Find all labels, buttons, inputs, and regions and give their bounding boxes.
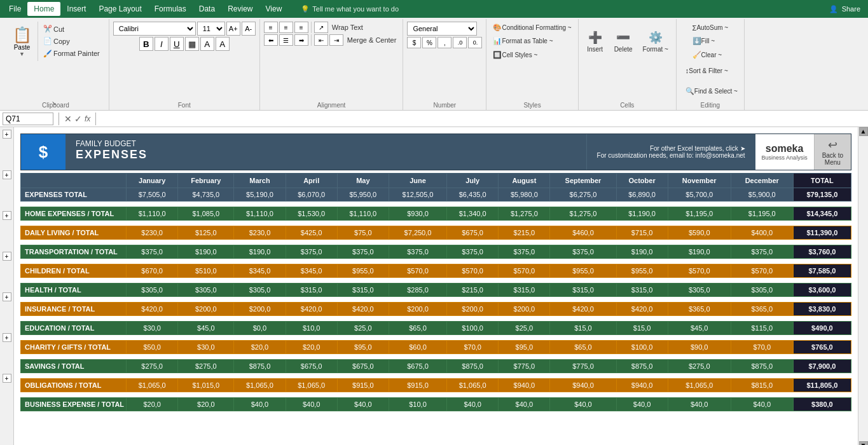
month-cell[interactable]: $230,0 (127, 226, 178, 240)
month-cell[interactable]: $875,0 (447, 360, 499, 373)
month-cell[interactable]: $570,0 (668, 264, 731, 278)
expand-btn-2[interactable]: + (3, 170, 11, 179)
total-cell[interactable]: $7,900,0 (793, 360, 851, 373)
month-cell[interactable]: $5,900,0 (731, 188, 793, 202)
fill-color-button[interactable]: A (200, 37, 214, 51)
month-cell[interactable]: $315,0 (337, 284, 389, 297)
month-cell[interactable]: $45,0 (178, 322, 234, 335)
month-cell[interactable]: $305,0 (178, 284, 234, 297)
month-cell[interactable]: $365,0 (668, 303, 731, 316)
month-cell[interactable]: $100,0 (616, 341, 668, 354)
month-cell[interactable]: $570,0 (389, 264, 446, 278)
month-cell[interactable]: $1,065,0 (668, 379, 731, 392)
month-cell[interactable]: $940,0 (550, 379, 616, 392)
month-cell[interactable]: $40,0 (616, 398, 668, 411)
month-cell[interactable]: $5,980,0 (499, 188, 550, 202)
month-cell[interactable]: $125,0 (178, 226, 234, 240)
month-cell[interactable]: $200,0 (447, 303, 499, 316)
month-cell[interactable]: $570,0 (447, 264, 499, 278)
month-cell[interactable]: $315,0 (550, 284, 616, 297)
month-cell[interactable]: $5,700,0 (668, 188, 731, 202)
month-cell[interactable]: $7,505,0 (127, 188, 178, 202)
month-cell[interactable]: $875,0 (616, 360, 668, 373)
month-cell[interactable]: $40,0 (499, 398, 550, 411)
underline-button[interactable]: U (170, 37, 184, 51)
month-cell[interactable]: $400,0 (731, 226, 793, 240)
font-color-button[interactable]: A (216, 37, 230, 51)
month-cell[interactable]: $375,0 (731, 245, 793, 259)
month-cell[interactable]: $955,0 (616, 264, 668, 278)
month-cell[interactable]: $305,0 (731, 284, 793, 297)
total-cell[interactable]: $490,0 (793, 322, 851, 335)
month-cell[interactable]: $190,0 (616, 245, 668, 259)
month-cell[interactable]: $95,0 (337, 341, 389, 354)
total-cell[interactable]: $3,600,0 (793, 284, 851, 297)
month-cell[interactable]: $815,0 (731, 379, 793, 392)
month-cell[interactable]: $200,0 (234, 303, 286, 316)
paste-button[interactable]: 📋 Paste ▼ (6, 22, 38, 61)
month-cell[interactable]: $60,0 (389, 341, 446, 354)
bold-button[interactable]: B (139, 37, 153, 51)
month-cell[interactable]: $275,0 (178, 360, 234, 373)
month-cell[interactable]: $305,0 (668, 284, 731, 297)
font-size-select[interactable]: 11 (197, 22, 225, 36)
month-cell[interactable]: $215,0 (499, 226, 550, 240)
month-cell[interactable]: $20,0 (234, 341, 286, 354)
month-cell[interactable]: $215,0 (447, 284, 499, 297)
month-cell[interactable]: $10,0 (286, 322, 337, 335)
month-cell[interactable]: $1,065,0 (127, 379, 178, 392)
menu-home[interactable]: Home (27, 2, 60, 16)
decrease-indent-button[interactable]: ⇤ (314, 34, 328, 46)
month-cell[interactable]: $75,0 (337, 226, 389, 240)
month-cell[interactable]: $95,0 (499, 341, 550, 354)
month-cell[interactable]: $230,0 (234, 226, 286, 240)
month-cell[interactable]: $275,0 (668, 360, 731, 373)
month-cell[interactable]: $675,0 (337, 360, 389, 373)
month-cell[interactable]: $675,0 (447, 226, 499, 240)
share-button[interactable]: Share (842, 5, 860, 13)
total-cell[interactable]: $3,760,0 (793, 245, 851, 259)
month-cell[interactable]: $365,0 (731, 303, 793, 316)
month-cell[interactable]: $5,190,0 (234, 188, 286, 202)
month-cell[interactable]: $510,0 (178, 264, 234, 278)
cut-button[interactable]: ✂️ Cut (41, 24, 102, 35)
month-cell[interactable]: $40,0 (234, 398, 286, 411)
month-cell[interactable]: $40,0 (731, 398, 793, 411)
sort-filter-button[interactable]: ↕️ Sort & Filter ~ (683, 65, 740, 76)
month-cell[interactable]: $1,085,0 (178, 207, 234, 221)
function-icon[interactable]: fx (85, 114, 90, 123)
month-cell[interactable]: $375,0 (286, 245, 337, 259)
month-cell[interactable]: $775,0 (550, 360, 616, 373)
month-cell[interactable]: $40,0 (550, 398, 616, 411)
month-cell[interactable]: $115,0 (731, 322, 793, 335)
total-cell[interactable]: $14,345,0 (793, 207, 851, 221)
month-cell[interactable]: $460,0 (550, 226, 616, 240)
month-cell[interactable]: $1,530,0 (286, 207, 337, 221)
month-cell[interactable]: $40,0 (337, 398, 389, 411)
font-family-select[interactable]: Calibri (113, 22, 196, 36)
cell-styles-button[interactable]: 🔲 Cell Styles ~ (490, 49, 574, 60)
month-cell[interactable]: $12,505,0 (389, 188, 446, 202)
confirm-icon[interactable]: ✓ (74, 114, 82, 124)
align-right-button[interactable]: ➡ (294, 34, 308, 46)
month-cell[interactable]: $1,340,0 (447, 207, 499, 221)
month-cell[interactable]: $15,0 (616, 322, 668, 335)
month-cell[interactable]: $1,275,0 (499, 207, 550, 221)
month-cell[interactable]: $915,0 (389, 379, 446, 392)
total-cell[interactable]: $7,585,0 (793, 264, 851, 278)
expand-btn-3[interactable]: + (3, 211, 11, 220)
month-cell[interactable]: $315,0 (286, 284, 337, 297)
delete-button[interactable]: ➖ Delete (610, 22, 637, 60)
month-cell[interactable]: $570,0 (499, 264, 550, 278)
month-cell[interactable]: $775,0 (499, 360, 550, 373)
find-select-button[interactable]: 🔍 Find & Select ~ (683, 85, 740, 97)
comma-button[interactable]: , (437, 37, 451, 48)
month-cell[interactable]: $285,0 (389, 284, 446, 297)
month-cell[interactable]: $200,0 (499, 303, 550, 316)
month-cell[interactable]: $40,0 (286, 398, 337, 411)
month-cell[interactable]: $190,0 (234, 245, 286, 259)
month-cell[interactable]: $65,0 (550, 341, 616, 354)
clear-button[interactable]: 🧹 Clear ~ (690, 49, 731, 60)
align-top-center-button[interactable]: ≡ (279, 22, 293, 33)
month-cell[interactable]: $4,735,0 (178, 188, 234, 202)
